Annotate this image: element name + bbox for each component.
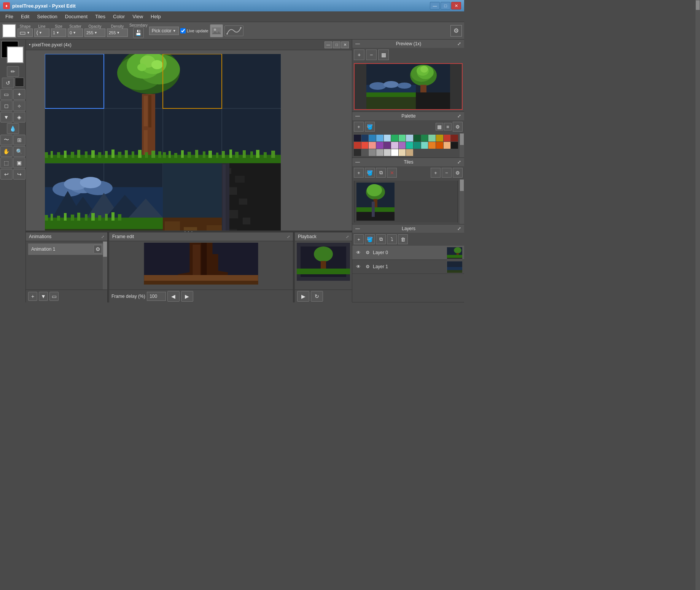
opacity-dropdown[interactable]: 255▼ [84,29,105,37]
toolbar-color-preview[interactable] [2,24,16,38]
menu-document[interactable]: Document [61,12,91,21]
palette-color-17[interactable] [369,142,376,149]
frame-edit-expand-icon[interactable]: ⤢ [287,235,290,239]
prev-frame-btn[interactable]: ◀ [167,291,180,302]
pencil-tool[interactable]: ✏ [7,66,19,77]
fill-tool[interactable]: ▼ [0,112,13,122]
tile-zoom-out-btn[interactable]: − [442,168,452,178]
canvas-close-btn[interactable]: ✕ [341,41,349,48]
select-frame-tool[interactable]: ▣ [13,157,25,168]
layer-delete-btn[interactable]: 🗑 [398,234,408,244]
palette-color-14[interactable] [451,135,458,142]
palette-color-18[interactable] [376,142,383,149]
palette-color-10[interactable] [421,135,428,142]
palette-color-30[interactable] [361,149,369,156]
palette-color-31[interactable] [369,149,376,156]
black-swatch[interactable] [15,78,24,87]
tile-bucket-btn[interactable]: 🪣 [365,168,375,178]
tiles-scrollbar[interactable] [460,179,464,224]
palette-color-20[interactable] [391,142,398,149]
palette-color-7[interactable] [399,135,406,142]
palette-settings-btn[interactable]: ⚙ [453,122,463,132]
palette-color-3[interactable] [369,135,376,142]
palette-color-25[interactable] [428,142,436,149]
palette-color-27[interactable] [444,142,451,149]
palette-color-1[interactable] [354,135,361,142]
minimize-button[interactable]: — [430,2,440,10]
select-rect-tool[interactable]: ▭ [0,89,13,100]
density-dropdown[interactable]: 255▼ [107,29,128,37]
canvas-minimize-btn[interactable]: — [325,41,332,48]
palette-color-15[interactable] [354,142,361,149]
tile-zoom-in-btn[interactable]: + [431,168,441,178]
eraser-tool[interactable]: ◻ [0,100,13,111]
animations-scrollbar[interactable] [103,241,107,289]
palette-collapse-icon[interactable]: — [355,113,360,119]
palette-color-35[interactable] [399,149,406,156]
menu-edit[interactable]: Edit [17,12,33,21]
layer-copy-btn[interactable]: ⧉ [376,234,386,244]
layer-bucket-btn[interactable]: 🪣 [365,234,375,244]
select-animation-btn[interactable]: ▭ [49,292,59,301]
tiles-scrollbar-thumb[interactable] [460,180,464,191]
foreground-color-swatch[interactable] [7,46,24,63]
tiles-collapse-icon[interactable]: — [355,159,360,165]
redo-curve-tool[interactable]: ↪ [13,169,25,180]
preview-zoom-out-btn[interactable]: − [366,49,377,60]
preview-zoom-in-btn[interactable]: + [354,49,364,60]
eyedropper-tool[interactable]: 💧 [7,123,19,134]
tile-delete-btn[interactable]: ✕ [387,168,397,178]
maximize-button[interactable]: □ [441,2,450,10]
add-palette-color-btn[interactable]: + [354,122,364,132]
palette-color-32[interactable] [376,149,383,156]
palette-color-6[interactable] [391,135,398,142]
zoom-tool[interactable]: 🔍 [13,146,25,157]
palette-grid-view-btn[interactable]: ▦ [436,123,443,130]
layer-1-visibility-btn[interactable]: 👁 [355,263,362,270]
titlebar-controls[interactable]: — □ ✕ [430,2,461,10]
undo-curve-tool[interactable]: ↩ [0,169,13,180]
palette-color-24[interactable] [421,142,428,149]
palette-color-22[interactable] [406,142,413,149]
palette-color-34[interactable] [391,149,398,156]
curve-tool-btn[interactable] [224,25,243,36]
secondary-color-tool[interactable]: ◈ [13,112,25,122]
palette-view-toggle[interactable]: ▦ ≡ [436,123,452,130]
hand-tool[interactable]: ✋ [0,146,13,157]
layer-row-0[interactable]: 👁 ⚙ Layer 0 [352,246,464,260]
palette-scrollbar[interactable] [460,133,464,157]
palette-color-36[interactable] [406,149,413,156]
menu-selection[interactable]: Selection [33,12,61,21]
play-btn[interactable]: ▶ [297,291,309,302]
menu-tiles[interactable]: Tiles [91,12,109,21]
add-tile-btn[interactable]: + [354,168,364,178]
settings-gear-button[interactable]: ⚙ [450,25,462,37]
marquee-tool[interactable]: ⬚ [0,157,13,168]
palette-color-28[interactable] [451,142,458,149]
palette-color-33[interactable] [384,149,391,156]
layer-0-settings-btn[interactable]: ⚙ [364,249,371,256]
layer-row-1[interactable]: 👁 ⚙ Layer 1 [352,260,464,274]
animation-item-1[interactable]: Animation 1 ⚙ [28,243,105,255]
layer-0-visibility-btn[interactable]: 👁 [355,249,362,256]
palette-color-13[interactable] [444,135,451,142]
frame-delay-input[interactable] [147,292,166,301]
palette-color-21[interactable] [399,142,406,149]
size-dropdown[interactable]: 1▼ [51,29,66,37]
preview-expand-icon[interactable]: ⤢ [457,41,461,46]
palette-color-23[interactable] [414,142,421,149]
magic-wand-tool[interactable]: ✦ [13,89,25,100]
palette-color-12[interactable] [436,135,443,142]
palette-color-29[interactable] [354,149,361,156]
preview-collapse-icon[interactable]: — [355,41,360,46]
palette-color-8[interactable] [406,135,413,142]
layers-expand-icon[interactable]: ⤢ [457,226,461,231]
pick-color-button[interactable]: Pick color ▼ [149,27,179,35]
secondary-btn[interactable]: 💾 [133,27,144,38]
close-button[interactable]: ✕ [451,2,461,10]
layers-collapse-icon[interactable]: — [355,226,360,231]
next-frame-btn[interactable]: ▶ [181,291,193,302]
menu-help[interactable]: Help [147,12,165,21]
smudge-tool[interactable]: ⟡ [13,100,25,111]
menu-file[interactable]: File [2,12,17,21]
